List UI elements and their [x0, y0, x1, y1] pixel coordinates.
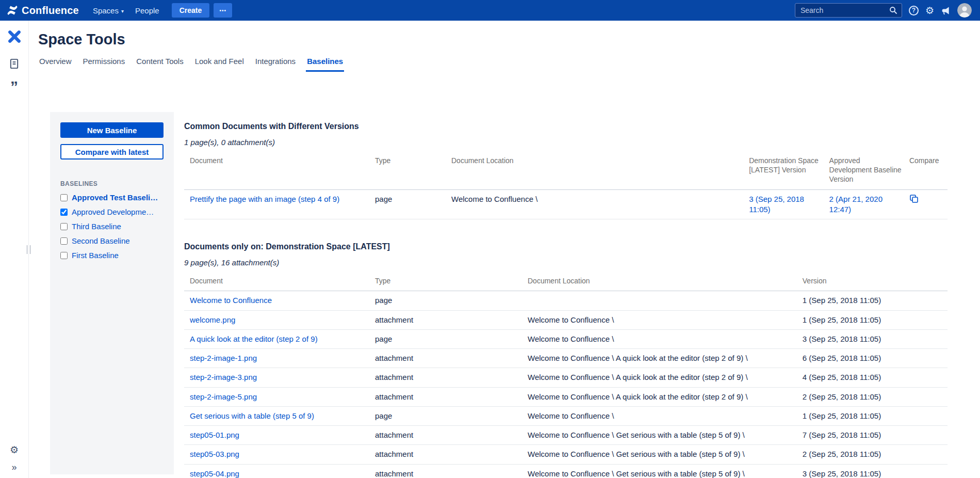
document-version: 7 (Sep 25, 2018 11:05) [803, 431, 881, 439]
document-location: Welcome to Confluence \ [451, 195, 537, 203]
baseline-checkbox[interactable] [60, 194, 68, 201]
expand-sidebar-button[interactable]: » [11, 463, 17, 472]
search-box [795, 3, 902, 18]
search-input[interactable] [799, 6, 889, 15]
tab[interactable]: Content Tools [135, 57, 184, 72]
document-link[interactable]: A quick look at the editor (step 2 of 9) [190, 334, 318, 343]
baseline-link[interactable]: Approved Test Baseli… [72, 193, 158, 202]
table-row: Prettify the page with an image (step 4 … [184, 189, 948, 219]
tab[interactable]: Baselines [306, 57, 344, 72]
pages-button[interactable] [8, 58, 20, 71]
tab-label: Permissions [83, 57, 125, 66]
blog-quotes-button[interactable]: ” [10, 82, 18, 93]
baseline-link[interactable]: Second Baseline [72, 236, 130, 245]
column-header: Type [375, 273, 528, 291]
main-content: Space Tools Overview Permissions Content… [29, 21, 980, 478]
space-logo[interactable] [6, 29, 23, 45]
document-link[interactable]: step-2-image-3.png [190, 373, 257, 381]
space-sidebar: ” ⚙ » [0, 21, 29, 478]
baseline-checkbox[interactable] [60, 237, 68, 245]
confluence-logo[interactable]: Confluence [6, 4, 79, 17]
latest-documents-title: Documents only on: Demonstration Space [… [184, 242, 948, 251]
table-row: A quick look at the editor (step 2 of 9)… [184, 329, 948, 348]
document-version: 2 (Sep 25, 2018 11:05) [803, 392, 881, 401]
document-location: Welcome to Confluence \ Get serious with… [528, 450, 745, 458]
baseline-checkbox[interactable] [60, 209, 68, 216]
baselines-content: New Baseline Compare with latest BASELIN… [50, 112, 980, 478]
common-documents-title: Common Documents with Different Versions [184, 122, 948, 131]
document-version: 1 (Sep 25, 2018 11:05) [803, 315, 881, 324]
baseline-link[interactable]: Third Baseline [72, 222, 121, 231]
avatar-button[interactable] [957, 3, 972, 18]
announcement-button[interactable] [941, 6, 951, 15]
quotes-icon: ” [10, 82, 18, 93]
common-documents-summary: 1 page(s), 0 attachment(s) [184, 138, 948, 147]
tab-label: Look and Feel [195, 57, 244, 66]
tab-label: Integrations [255, 57, 296, 66]
document-version: 4 (Sep 25, 2018 11:05) [803, 373, 881, 381]
document-link[interactable]: step05-03.png [190, 450, 239, 458]
baselines-panel: New Baseline Compare with latest BASELIN… [50, 112, 174, 474]
document-version: 3 (Sep 25, 2018 11:05) [803, 334, 881, 343]
column-header: Document [184, 153, 375, 189]
column-header: Document Location [528, 273, 803, 291]
table-row: step-2-image-1.png attachment Welcome to… [184, 349, 948, 368]
document-version: 6 (Sep 25, 2018 11:05) [803, 354, 881, 362]
search-icon[interactable] [889, 6, 897, 14]
column-header: Version [803, 273, 948, 291]
baseline-list-item: Approved Test Baseli… [60, 193, 164, 202]
help-button[interactable]: ? [909, 6, 919, 15]
baselines-list: Approved Test Baseli… Approved Developme… [60, 193, 164, 260]
document-version: 1 (Sep 25, 2018 11:05) [803, 296, 881, 305]
compare-icon[interactable] [909, 194, 919, 203]
space-tools-tabs: Overview Permissions Content Tools Look … [38, 57, 980, 72]
document-link[interactable]: Prettify the page with an image (step 4 … [190, 195, 339, 203]
chevrons-right-icon: » [11, 463, 17, 472]
baseline-link[interactable]: First Baseline [72, 251, 119, 260]
tab[interactable]: Look and Feel [194, 57, 245, 72]
document-type: attachment [375, 315, 413, 324]
baseline-link[interactable]: Approved Developme… [72, 208, 154, 216]
more-menu-button[interactable]: ••• [214, 3, 232, 18]
table-row: Welcome to Confluence page 1 (Sep 25, 20… [184, 291, 948, 310]
tab[interactable]: Integrations [254, 57, 297, 72]
baseline-list-item: Third Baseline [60, 222, 164, 231]
sidebar-resize-handle[interactable] [27, 245, 30, 254]
table-row: step-2-image-3.png attachment Welcome to… [184, 368, 948, 387]
table-row: Get serious with a table (step 5 of 9) p… [184, 406, 948, 425]
tab[interactable]: Overview [38, 57, 73, 72]
document-link[interactable]: Welcome to Confluence [190, 296, 272, 305]
document-link[interactable]: step05-04.png [190, 469, 239, 478]
baseline-checkbox[interactable] [60, 223, 68, 230]
create-button[interactable]: Create [172, 3, 210, 18]
chevron-down-icon: ▾ [121, 8, 124, 14]
document-link[interactable]: Get serious with a table (step 5 of 9) [190, 411, 314, 420]
tab[interactable]: Permissions [82, 57, 126, 72]
baseline-version-link[interactable]: 2 (Apr 21, 2020 12:47) [829, 195, 883, 214]
latest-version-link[interactable]: 3 (Sep 25, 2018 11:05) [749, 195, 804, 214]
settings-button[interactable]: ⚙ [925, 6, 934, 15]
document-link[interactable]: step-2-image-1.png [190, 354, 257, 362]
baseline-checkbox[interactable] [60, 252, 68, 259]
nav-menu-item-label: People [135, 6, 159, 15]
nav-menu-item[interactable]: Spaces ▾ [87, 0, 129, 21]
sidebar-bottom-group: ⚙ » [10, 445, 19, 472]
new-baseline-button[interactable]: New Baseline [60, 122, 164, 138]
document-type: attachment [375, 469, 413, 478]
document-link[interactable]: welcome.png [190, 315, 235, 324]
space-settings-button[interactable]: ⚙ [10, 445, 19, 455]
document-link[interactable]: step-2-image-5.png [190, 392, 257, 401]
pages-icon [8, 58, 20, 70]
baseline-list-item: Approved Developme… [60, 208, 164, 216]
nav-menu-item[interactable]: People [129, 0, 168, 21]
document-type: page [375, 334, 392, 343]
topnav-right-group: ? ⚙ [795, 3, 972, 18]
compare-with-latest-button[interactable]: Compare with latest [60, 144, 164, 160]
nav-menu-item-label: Spaces [93, 6, 119, 15]
confluence-logo-text: Confluence [22, 5, 79, 17]
latest-documents-table: Document Type Document Location Version [184, 273, 948, 478]
baseline-list-item: First Baseline [60, 251, 164, 260]
document-location: Welcome to Confluence \ A quick look at … [528, 373, 748, 381]
document-location: Welcome to Confluence \ [528, 411, 614, 420]
document-link[interactable]: step05-01.png [190, 431, 239, 439]
